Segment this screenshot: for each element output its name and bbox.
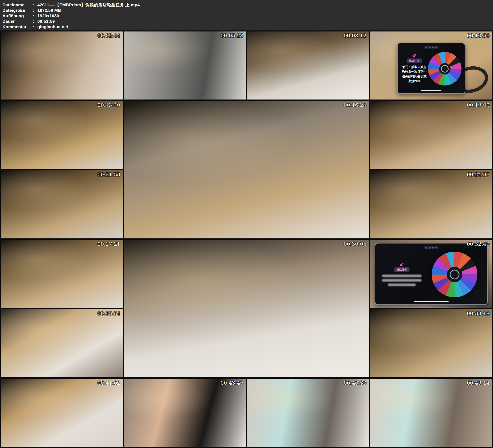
meta-label: Dateigröße [2,8,33,13]
timestamp-overlay: 00:38:18 [467,311,490,316]
tablet-device: 💕 挑战任务 [375,243,488,305]
toolbar-icon [435,247,437,248]
challenge-task-badge: 挑战任务 [394,267,410,272]
timestamp-overlay: 00:02:44 [98,33,120,39]
video-thumbnail-tablet-wheel: 00:32:49 💕 挑战任务 [370,240,492,308]
meta-row-filename: Dateiname : 42011----【EMBPrism】伪娘的酒店轮盘任务… [2,2,493,8]
video-thumbnail: 00:05:28 [124,32,246,100]
video-thumbnail: 00:38:18 [370,309,492,377]
timestamp-overlay: 00:08:12 [344,33,367,39]
timestamp-overlay: 00:35:34 [98,311,120,316]
wheel-app-body: 💕 挑战任务 惩罚：抽取失败点数转盘一次且下个任务的时间变长或变短20% [401,49,462,88]
timestamp-overlay: 00:49:14 [467,380,490,386]
meta-separator: : [33,13,37,19]
meta-row-comment: Kommentar : qinglanhua.net [2,24,493,29]
timestamp-overlay: 00:10:56 [467,33,490,39]
hearts-icon: 💕 [412,54,416,57]
challenge-task-badge: 挑战任务 [407,58,422,63]
wheel-app-left-panel: 💕 挑战任务 [379,263,425,286]
video-thumbnail: 00:13:40 [1,101,123,169]
tablet-screen: 💕 挑战任务 [377,245,486,303]
wheel-hub [447,267,462,282]
toolbar-icon [435,46,437,48]
timestamp-overlay: 00:05:28 [221,33,243,39]
toolbar-icon [432,46,434,48]
video-thumbnail: 00:46:30 [247,379,369,447]
resolution-value: 1920x1080 [37,13,59,19]
video-thumbnail-tablet-wheel: 00:10:56 💕 挑战任务 惩罚：抽取失败点数转盘一次且下个任务的时间变长或… [370,32,492,100]
video-thumbnail: 00:02:44 [1,32,123,100]
app-toolbar [424,246,439,249]
timestamp-overlay: 00:16:24 [344,102,367,108]
comment-value: qinglanhua.net [37,24,68,29]
meta-separator: : [33,8,37,13]
app-toolbar [424,46,439,49]
timestamp-overlay: 00:19:09 [467,102,490,108]
meta-label: Dateiname [2,2,33,8]
wheel-app-body: 💕 挑战任务 [379,250,484,300]
video-thumbnail-large: 00:30:05 [124,240,369,377]
toolbar-icon [425,247,427,248]
roulette-wheel [428,52,461,86]
video-thumbnail: 00:08:12 [247,32,369,100]
meta-row-resolution: Auflösung : 1920x1080 [2,13,493,19]
redacted-caption-line [388,283,416,286]
home-indicator [421,90,442,91]
meta-separator: : [33,2,37,8]
meta-separator: : [33,19,37,24]
home-indicator [414,301,448,302]
video-thumbnail: 00:49:14 [370,379,492,447]
roulette-wheel [432,252,477,297]
hearts-icon: 💕 [400,263,404,266]
redacted-caption-line [382,275,422,277]
meta-label: Kommentar [2,24,33,29]
thumbnail-grid: 00:02:44 00:05:28 00:08:12 00:10:56 💕 挑战… [0,31,493,448]
meta-row-duration: Dauer : 00:51:59 [2,19,493,24]
wheel-area [428,52,462,86]
duration-value: 00:51:59 [37,19,55,24]
timestamp-overlay: 00:21:53 [98,172,120,178]
timestamp-overlay: 00:41:02 [98,380,120,386]
punishment-caption: 惩罚：抽取失败点数转盘一次且下个任务的时间变长或变短20% [402,65,426,83]
tablet-device: 💕 挑战任务 惩罚：抽取失败点数转盘一次且下个任务的时间变长或变短20% [397,43,465,94]
redacted-task-caption [382,275,422,286]
meta-separator: : [33,24,37,29]
tablet-screen: 💕 挑战任务 惩罚：抽取失败点数转盘一次且下个任务的时间变长或变短20% [399,45,464,92]
meta-row-filesize: Dateigröße : 1872.59 MB [2,8,493,13]
video-thumbnail: 00:19:09 [370,101,492,169]
timestamp-overlay: 00:43:46 [221,380,243,386]
video-thumbnail: 00:27:21 [1,240,123,308]
video-thumbnail: 00:35:34 [1,309,123,377]
toolbar-icon [429,46,430,48]
wheel-area [425,252,484,297]
meta-label: Auflösung [2,13,33,19]
video-thumbnail: 00:24:37 [370,170,492,238]
timestamp-overlay: 00:13:40 [98,102,120,108]
contact-sheet-page: Dateiname : 42011----【EMBPrism】伪娘的酒店轮盘任务… [0,0,493,448]
wheel-hub [439,63,450,74]
redacted-caption-line [382,279,422,282]
timestamp-overlay: 00:46:30 [344,380,367,386]
filesize-value: 1872.59 MB [37,8,61,13]
video-thumbnail: 00:41:02 [1,379,123,447]
toolbar-icon [432,247,434,248]
wheel-app-left-panel: 💕 挑战任务 惩罚：抽取失败点数转盘一次且下个任务的时间变长或变短20% [401,54,428,83]
video-thumbnail: 00:43:46 [124,379,246,447]
video-thumbnail: 00:21:53 [1,170,123,238]
timestamp-overlay: 00:30:05 [344,241,367,247]
timestamp-overlay: 00:32:49 [467,241,490,247]
toolbar-icon [425,46,427,48]
meta-label: Dauer [2,19,33,24]
timestamp-overlay: 00:27:21 [98,241,120,247]
filename-value: 42011----【EMBPrism】伪娘的酒店轮盘任务 上.mp4 [37,2,140,8]
metadata-header: Dateiname : 42011----【EMBPrism】伪娘的酒店轮盘任务… [0,0,493,31]
video-thumbnail-large: 00:16:24 [124,101,369,238]
timestamp-overlay: 00:24:37 [467,172,490,178]
toolbar-icon [429,247,430,248]
